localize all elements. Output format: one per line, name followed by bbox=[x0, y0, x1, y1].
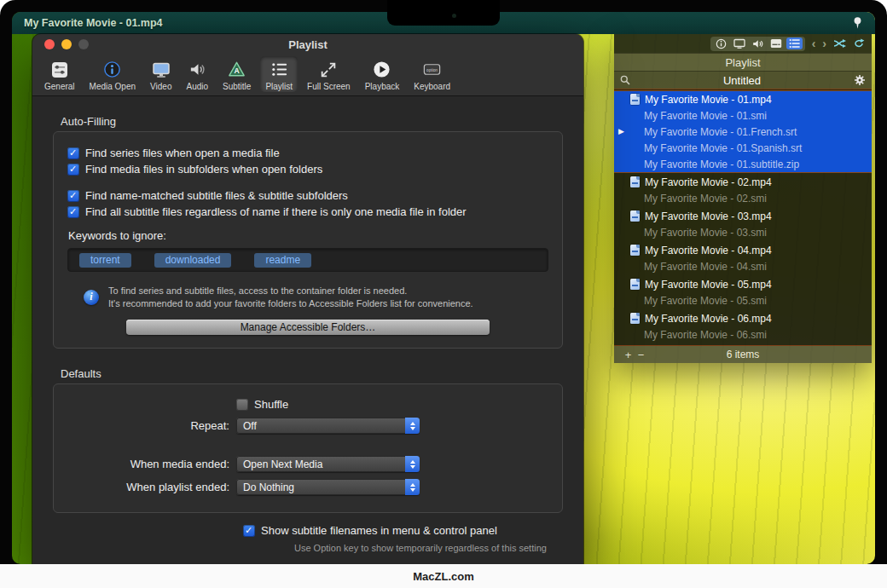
subtitle-panel-icon[interactable] bbox=[770, 38, 782, 49]
speaker-icon[interactable] bbox=[752, 38, 763, 49]
list-item[interactable]: My Favorite Movie - 03.mp4 bbox=[614, 208, 872, 224]
checkbox-row-name-matched-subtitles[interactable]: Find name-matched subtitle files & subti… bbox=[67, 189, 548, 202]
toolbar-tab-audio[interactable]: Audio bbox=[181, 56, 213, 92]
checkbox-row-all-subtitles[interactable]: Find all subtitle files regardless of na… bbox=[67, 205, 548, 218]
keyboard-icon: option bbox=[421, 58, 443, 81]
checkbox-checked-icon[interactable] bbox=[243, 525, 255, 537]
list-item[interactable]: My Favorite Movie - 03.smi bbox=[614, 224, 872, 240]
list-item[interactable]: My Favorite Movie - 05.smi bbox=[614, 292, 872, 308]
toolbar-tab-subtitle[interactable]: A Subtitle bbox=[217, 56, 256, 92]
item-label: My Favorite Movie - 01.subtitle.zip bbox=[644, 159, 799, 170]
auto-filling-groupbox: Find series files when open a media file… bbox=[53, 131, 563, 349]
repeat-dropdown[interactable]: Off bbox=[236, 418, 420, 434]
media-ended-row: When media ended: Open Next Media bbox=[67, 456, 548, 472]
toolbar-tab-keyboard[interactable]: option Keyboard bbox=[409, 56, 455, 92]
keyword-tag[interactable]: torrent bbox=[79, 253, 131, 268]
info-icon[interactable] bbox=[716, 38, 727, 49]
toolbar-tab-playlist[interactable]: Playlist bbox=[260, 56, 298, 92]
playlist-ended-dropdown[interactable]: Do Nothing bbox=[236, 479, 420, 495]
remove-button[interactable]: − bbox=[635, 349, 647, 361]
gear-icon[interactable] bbox=[854, 74, 866, 86]
item-count: 6 items bbox=[614, 349, 872, 360]
checkbox-checked-icon[interactable] bbox=[67, 206, 79, 218]
item-label: My Favorite Movie - 05.mp4 bbox=[645, 279, 772, 291]
option-key-note: Use Option key to show temporarily regar… bbox=[294, 543, 563, 553]
list-item[interactable]: My Favorite Movie - 02.mp4 bbox=[614, 174, 872, 190]
info-icon bbox=[84, 290, 99, 305]
list-item[interactable]: ▶My Favorite Movie - 01.French.srt bbox=[614, 124, 872, 140]
desktop-wallpaper: My Favorite Movie - 01.mp4 Playlist Gene… bbox=[12, 12, 875, 564]
toolbar-label: Playback bbox=[365, 82, 400, 91]
list-item[interactable]: My Favorite Movie - 06.smi bbox=[614, 326, 872, 343]
audio-icon bbox=[188, 58, 207, 81]
previous-icon[interactable]: ‹ bbox=[812, 37, 816, 49]
keyword-tag[interactable]: downloaded bbox=[154, 253, 232, 268]
list-item[interactable]: My Favorite Movie - 02.smi bbox=[614, 190, 872, 206]
list-item[interactable]: My Favorite Movie - 06.mp4 bbox=[614, 310, 872, 326]
toolbar-label: Playlist bbox=[265, 82, 293, 91]
show-subtitle-filenames-row[interactable]: Show subtitle filenames in menu & contro… bbox=[243, 524, 563, 537]
pin-icon[interactable] bbox=[852, 16, 863, 30]
file-icon bbox=[630, 245, 640, 256]
playback-icon bbox=[372, 58, 391, 81]
svg-text:option: option bbox=[426, 68, 438, 72]
toolbar-label: Subtitle bbox=[223, 82, 251, 91]
show-subtitle-filenames-label: Show subtitle filenames in menu & contro… bbox=[261, 524, 497, 537]
checkbox-label: Find all subtitle files regardless of na… bbox=[85, 205, 467, 218]
window-titlebar[interactable]: Playlist bbox=[32, 34, 583, 55]
next-icon[interactable]: › bbox=[822, 37, 826, 49]
panel-toolbar: ‹ › bbox=[614, 34, 872, 53]
add-button[interactable]: + bbox=[622, 349, 635, 361]
repeat-icon[interactable] bbox=[853, 38, 865, 49]
list-item[interactable]: My Favorite Movie - 01.smi bbox=[614, 107, 872, 124]
playlist-name[interactable]: Untitled bbox=[630, 74, 854, 87]
info-text: To find series and subtitle files, acces… bbox=[108, 285, 473, 310]
toolbar-tab-video[interactable]: Video bbox=[145, 56, 177, 92]
toolbar-label: Video bbox=[150, 82, 171, 91]
notch bbox=[387, 0, 500, 26]
media-open-icon bbox=[102, 58, 122, 81]
media-ended-value: Open Next Media bbox=[243, 458, 322, 470]
display-icon[interactable] bbox=[733, 38, 745, 49]
item-label: My Favorite Movie - 02.smi bbox=[644, 193, 767, 205]
info-line1: To find series and subtitle files, acces… bbox=[108, 285, 473, 297]
toolbar-tab-playback[interactable]: Playback bbox=[360, 56, 405, 92]
list-item[interactable]: My Favorite Movie - 04.smi bbox=[614, 258, 872, 274]
item-label: My Favorite Movie - 03.mp4 bbox=[645, 210, 772, 222]
media-ended-dropdown[interactable]: Open Next Media bbox=[236, 456, 420, 472]
item-label: My Favorite Movie - 06.smi bbox=[644, 329, 767, 341]
zoom-button[interactable] bbox=[78, 39, 89, 49]
toolbar-label: Audio bbox=[186, 82, 208, 91]
checkbox-checked-icon[interactable] bbox=[67, 164, 79, 176]
checkbox-checked-icon[interactable] bbox=[67, 190, 79, 202]
toolbar-tab-general[interactable]: General bbox=[39, 56, 80, 92]
item-label: My Favorite Movie - 03.smi bbox=[644, 227, 767, 239]
keyword-tag[interactable]: readme bbox=[254, 253, 311, 268]
playlist-group: My Favorite Movie - 03.mp4 My Favorite M… bbox=[614, 208, 872, 240]
checkbox-checked-icon[interactable] bbox=[67, 147, 79, 159]
list-item[interactable]: My Favorite Movie - 01.Spanish.srt bbox=[614, 140, 872, 156]
playlist-list-icon[interactable] bbox=[786, 37, 803, 49]
toolbar-tab-full-screen[interactable]: Full Screen bbox=[302, 56, 356, 92]
shuffle-checkbox-row[interactable]: Shuffle bbox=[236, 398, 288, 411]
checkbox-unchecked-icon[interactable] bbox=[236, 399, 248, 411]
list-item[interactable]: My Favorite Movie - 04.mp4 bbox=[614, 242, 872, 258]
minimize-button[interactable] bbox=[61, 39, 72, 49]
keywords-label: Keywords to ignore: bbox=[68, 229, 548, 242]
shuffle-label: Shuffle bbox=[254, 398, 288, 411]
checkbox-row-find-series[interactable]: Find series files when open a media file bbox=[67, 147, 548, 159]
toolbar-tab-media-open[interactable]: Media Open bbox=[84, 56, 141, 92]
list-item[interactable]: My Favorite Movie - 01.mp4 bbox=[614, 91, 872, 107]
checkbox-row-find-media-subfolders[interactable]: Find media files in subfolders when open… bbox=[67, 163, 548, 176]
item-label: My Favorite Movie - 01.smi bbox=[644, 110, 767, 122]
close-button[interactable] bbox=[44, 39, 55, 49]
list-item[interactable]: My Favorite Movie - 05.mp4 bbox=[614, 276, 872, 292]
item-label: My Favorite Movie - 01.French.srt bbox=[644, 126, 797, 138]
shuffle-icon[interactable] bbox=[833, 38, 846, 49]
preferences-content: Auto-Filling Find series files when open… bbox=[32, 115, 583, 553]
video-icon bbox=[151, 58, 171, 81]
list-item[interactable]: My Favorite Movie - 01.subtitle.zip bbox=[614, 156, 872, 172]
panel-search-row[interactable]: Untitled bbox=[614, 71, 872, 89]
manage-accessible-folders-button[interactable]: Manage Accessible Folders… bbox=[126, 320, 490, 335]
toolbar-label: Media Open bbox=[90, 82, 136, 91]
